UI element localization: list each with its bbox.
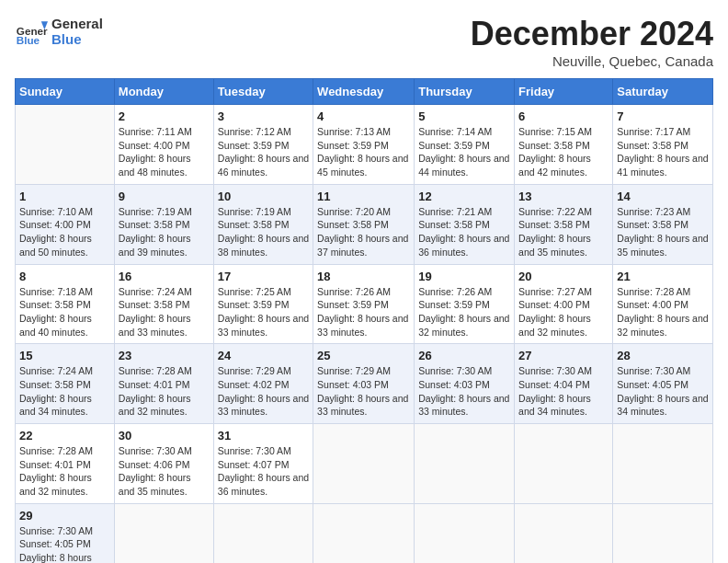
header-saturday: Saturday [613, 79, 713, 105]
day-number: 9 [119, 190, 210, 203]
day-number: 15 [19, 349, 110, 362]
day-number: 20 [518, 270, 609, 283]
day-detail: Sunrise: 7:19 AMSunset: 3:58 PMDaylight:… [218, 205, 309, 259]
day-number: 10 [218, 190, 309, 203]
calendar-row: 8Sunrise: 7:18 AMSunset: 3:58 PMDaylight… [16, 264, 713, 344]
day-detail: Sunrise: 7:21 AMSunset: 3:58 PMDaylight:… [418, 205, 510, 259]
day-detail: Sunrise: 7:30 AMSunset: 4:03 PMDaylight:… [418, 364, 510, 419]
calendar-cell: 1Sunrise: 7:10 AMSunset: 4:00 PMDaylight… [16, 184, 115, 264]
calendar-cell: 8Sunrise: 7:18 AMSunset: 3:58 PMDaylight… [16, 264, 115, 344]
calendar-cell: 20Sunrise: 7:27 AMSunset: 4:00 PMDayligh… [515, 264, 613, 344]
svg-text:Blue: Blue [17, 34, 40, 46]
calendar-row: 2Sunrise: 7:11 AMSunset: 4:00 PMDaylight… [16, 105, 713, 185]
day-detail: Sunrise: 7:15 AMSunset: 3:58 PMDaylight:… [518, 125, 609, 179]
header-monday: Monday [114, 79, 213, 105]
calendar-cell: 15Sunrise: 7:24 AMSunset: 3:58 PMDayligh… [16, 344, 115, 424]
day-detail: Sunrise: 7:30 AMSunset: 4:05 PMDaylight:… [19, 524, 110, 563]
day-detail: Sunrise: 7:30 AMSunset: 4:05 PMDaylight:… [617, 364, 709, 419]
calendar-cell: 25Sunrise: 7:29 AMSunset: 4:03 PMDayligh… [313, 344, 415, 424]
calendar-cell [313, 424, 415, 504]
calendar-cell [515, 424, 613, 504]
day-number: 17 [218, 270, 309, 283]
calendar-cell [415, 503, 515, 563]
calendar-cell: 28Sunrise: 7:30 AMSunset: 4:05 PMDayligh… [613, 344, 713, 424]
calendar-cell: 9Sunrise: 7:19 AMSunset: 3:58 PMDaylight… [114, 184, 213, 264]
day-detail: Sunrise: 7:14 AMSunset: 3:59 PMDaylight:… [418, 125, 510, 179]
calendar-cell: 3Sunrise: 7:12 AMSunset: 3:59 PMDaylight… [213, 105, 313, 185]
calendar-cell: 16Sunrise: 7:24 AMSunset: 3:58 PMDayligh… [114, 264, 213, 344]
day-detail: Sunrise: 7:29 AMSunset: 4:03 PMDaylight:… [317, 364, 410, 419]
day-detail: Sunrise: 7:27 AMSunset: 4:00 PMDaylight:… [518, 285, 609, 339]
calendar-cell: 2Sunrise: 7:11 AMSunset: 4:00 PMDaylight… [114, 105, 213, 185]
location-subtitle: Neuville, Quebec, Canada [471, 53, 713, 69]
header-tuesday: Tuesday [213, 79, 313, 105]
calendar-cell: 4Sunrise: 7:13 AMSunset: 3:59 PMDaylight… [313, 105, 415, 185]
calendar-cell [16, 105, 115, 185]
day-number: 7 [617, 109, 709, 123]
day-detail: Sunrise: 7:12 AMSunset: 3:59 PMDaylight:… [218, 125, 309, 179]
calendar-row: 29Sunrise: 7:30 AMSunset: 4:05 PMDayligh… [16, 503, 713, 563]
calendar-cell: 12Sunrise: 7:21 AMSunset: 3:58 PMDayligh… [415, 184, 515, 264]
calendar-cell: 22Sunrise: 7:28 AMSunset: 4:01 PMDayligh… [16, 424, 115, 504]
day-number: 18 [317, 270, 410, 283]
day-detail: Sunrise: 7:28 AMSunset: 4:01 PMDaylight:… [19, 444, 110, 499]
day-number: 4 [317, 109, 410, 123]
calendar-cell: 13Sunrise: 7:22 AMSunset: 3:58 PMDayligh… [515, 184, 613, 264]
header-wednesday: Wednesday [313, 79, 415, 105]
day-number: 30 [119, 429, 210, 442]
day-number: 8 [19, 270, 110, 283]
day-detail: Sunrise: 7:19 AMSunset: 3:58 PMDaylight:… [119, 205, 210, 259]
day-detail: Sunrise: 7:26 AMSunset: 3:59 PMDaylight:… [418, 285, 510, 339]
day-number: 14 [617, 190, 709, 203]
day-detail: Sunrise: 7:13 AMSunset: 3:59 PMDaylight:… [317, 125, 410, 179]
logo-blue: Blue [51, 31, 103, 47]
day-number: 16 [119, 270, 210, 283]
calendar-cell: 26Sunrise: 7:30 AMSunset: 4:03 PMDayligh… [415, 344, 515, 424]
day-detail: Sunrise: 7:23 AMSunset: 3:58 PMDaylight:… [617, 205, 709, 259]
day-detail: Sunrise: 7:18 AMSunset: 3:58 PMDaylight:… [19, 285, 110, 339]
calendar-cell: 23Sunrise: 7:28 AMSunset: 4:01 PMDayligh… [114, 344, 213, 424]
calendar-cell [114, 503, 213, 563]
calendar-cell: 17Sunrise: 7:25 AMSunset: 3:59 PMDayligh… [213, 264, 313, 344]
day-number: 5 [418, 109, 510, 123]
calendar-cell: 19Sunrise: 7:26 AMSunset: 3:59 PMDayligh… [415, 264, 515, 344]
logo: General Blue General Blue [15, 15, 103, 48]
day-detail: Sunrise: 7:30 AMSunset: 4:04 PMDaylight:… [518, 364, 609, 419]
calendar-cell [313, 503, 415, 563]
calendar-cell: 24Sunrise: 7:29 AMSunset: 4:02 PMDayligh… [213, 344, 313, 424]
day-number: 21 [617, 270, 709, 283]
day-number: 13 [518, 190, 609, 203]
header-sunday: Sunday [16, 79, 115, 105]
calendar-cell: 18Sunrise: 7:26 AMSunset: 3:59 PMDayligh… [313, 264, 415, 344]
day-detail: Sunrise: 7:26 AMSunset: 3:59 PMDaylight:… [317, 285, 410, 339]
day-number: 24 [218, 349, 309, 362]
header-thursday: Thursday [415, 79, 515, 105]
calendar-cell: 11Sunrise: 7:20 AMSunset: 3:58 PMDayligh… [313, 184, 415, 264]
calendar-cell [613, 503, 713, 563]
day-detail: Sunrise: 7:30 AMSunset: 4:06 PMDaylight:… [119, 444, 210, 499]
day-detail: Sunrise: 7:24 AMSunset: 3:58 PMDaylight:… [119, 285, 210, 339]
header-row: SundayMondayTuesdayWednesdayThursdayFrid… [16, 79, 713, 105]
calendar-cell: 29Sunrise: 7:30 AMSunset: 4:05 PMDayligh… [16, 503, 115, 563]
day-number: 1 [19, 190, 110, 203]
calendar-table: SundayMondayTuesdayWednesdayThursdayFrid… [15, 78, 713, 563]
calendar-row: 22Sunrise: 7:28 AMSunset: 4:01 PMDayligh… [16, 424, 713, 504]
title-block: December 2024 Neuville, Quebec, Canada [471, 15, 713, 69]
day-number: 2 [119, 109, 210, 123]
calendar-cell [415, 424, 515, 504]
calendar-cell: 31Sunrise: 7:30 AMSunset: 4:07 PMDayligh… [213, 424, 313, 504]
calendar-cell: 27Sunrise: 7:30 AMSunset: 4:04 PMDayligh… [515, 344, 613, 424]
logo-icon: General Blue [15, 15, 48, 48]
day-detail: Sunrise: 7:28 AMSunset: 4:01 PMDaylight:… [119, 364, 210, 419]
calendar-cell: 10Sunrise: 7:19 AMSunset: 3:58 PMDayligh… [213, 184, 313, 264]
calendar-cell: 7Sunrise: 7:17 AMSunset: 3:58 PMDaylight… [613, 105, 713, 185]
calendar-cell [613, 424, 713, 504]
day-number: 11 [317, 190, 410, 203]
day-number: 25 [317, 349, 410, 362]
day-detail: Sunrise: 7:17 AMSunset: 3:58 PMDaylight:… [617, 125, 709, 179]
calendar-cell: 21Sunrise: 7:28 AMSunset: 4:00 PMDayligh… [613, 264, 713, 344]
calendar-row: 15Sunrise: 7:24 AMSunset: 3:58 PMDayligh… [16, 344, 713, 424]
day-detail: Sunrise: 7:10 AMSunset: 4:00 PMDaylight:… [19, 205, 110, 259]
month-title: December 2024 [471, 15, 713, 53]
calendar-cell: 14Sunrise: 7:23 AMSunset: 3:58 PMDayligh… [613, 184, 713, 264]
